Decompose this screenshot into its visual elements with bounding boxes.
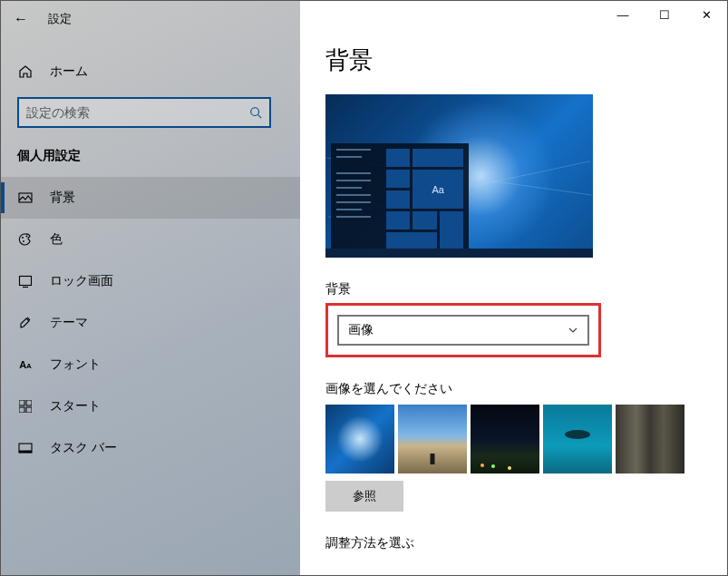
sidebar-item-label: タスク バー <box>50 440 117 456</box>
main-content: — ☐ ✕ 背景 Aa <box>300 1 727 575</box>
svg-rect-9 <box>19 400 24 405</box>
thumbnail-3[interactable] <box>471 405 539 473</box>
font-icon: AA <box>17 356 34 373</box>
choose-picture-label: 画像を選んでください <box>325 381 702 397</box>
palette-icon <box>17 231 34 248</box>
preview-start-panel: Aa <box>331 143 469 249</box>
sidebar-item-lockscreen[interactable]: ロック画面 <box>1 260 300 302</box>
sidebar-item-background[interactable]: 背景 <box>1 177 300 219</box>
sidebar-nav: 背景 色 ロック画面 テーマ <box>1 177 300 469</box>
taskbar-icon <box>17 440 34 456</box>
sidebar-item-label: スタート <box>50 398 101 415</box>
window-title: 設定 <box>48 11 72 27</box>
thumbnail-5[interactable] <box>616 405 684 473</box>
sidebar-item-themes[interactable]: テーマ <box>1 302 300 344</box>
home-nav[interactable]: ホーム <box>1 54 300 90</box>
thumbnail-1[interactable] <box>325 405 394 473</box>
sidebar-item-label: フォント <box>50 356 101 373</box>
thumbnail-2[interactable] <box>398 405 467 473</box>
preview-taskbar <box>325 249 593 258</box>
preview-aa-tile: Aa <box>413 170 463 209</box>
sidebar-item-label: 背景 <box>50 190 75 206</box>
svg-rect-14 <box>19 451 32 454</box>
theme-icon <box>17 315 34 331</box>
svg-line-1 <box>258 115 262 119</box>
search-icon <box>249 106 262 119</box>
home-label: ホーム <box>50 63 88 80</box>
search-box[interactable] <box>17 97 271 128</box>
sidebar-item-taskbar[interactable]: タスク バー <box>1 427 300 469</box>
svg-rect-12 <box>26 407 32 413</box>
close-button[interactable]: ✕ <box>685 1 727 28</box>
maximize-button[interactable]: ☐ <box>644 1 685 28</box>
home-icon <box>17 64 34 79</box>
background-label: 背景 <box>325 281 702 298</box>
svg-rect-11 <box>19 407 24 413</box>
lock-screen-icon <box>17 273 34 289</box>
svg-point-4 <box>23 240 24 242</box>
dropdown-value: 画像 <box>348 322 374 338</box>
page-title: 背景 <box>325 44 702 76</box>
sidebar-item-label: 色 <box>50 231 63 248</box>
sidebar-item-label: テーマ <box>50 315 88 331</box>
main-inner: 背景 Aa <box>300 1 727 552</box>
start-icon <box>17 398 34 415</box>
svg-rect-10 <box>26 400 32 405</box>
sidebar-item-fonts[interactable]: AA フォント <box>1 344 300 386</box>
back-arrow-icon[interactable]: ← <box>14 11 28 27</box>
sidebar-item-start[interactable]: スタート <box>1 386 300 427</box>
svg-point-5 <box>26 236 28 238</box>
desktop-preview: Aa <box>325 94 593 258</box>
window-controls: — ☐ ✕ <box>602 1 727 28</box>
search-input[interactable] <box>26 105 249 120</box>
minimize-button[interactable]: — <box>602 1 644 28</box>
category-label: 個人用設定 <box>1 148 300 164</box>
svg-point-0 <box>251 108 259 116</box>
sidebar-item-colors[interactable]: 色 <box>1 219 300 260</box>
image-icon <box>17 190 34 206</box>
svg-point-3 <box>22 237 24 239</box>
thumbnail-4[interactable] <box>543 405 612 473</box>
fit-label: 調整方法を選ぶ <box>325 535 702 552</box>
sidebar-header: ← 設定 <box>1 1 300 37</box>
background-type-dropdown[interactable]: 画像 <box>337 315 589 346</box>
sidebar: ← 設定 ホーム 個人用設定 背景 <box>1 1 300 575</box>
settings-window: ← 設定 ホーム 個人用設定 背景 <box>0 0 728 576</box>
svg-rect-6 <box>20 277 32 286</box>
picture-thumbnails <box>325 405 702 473</box>
chevron-down-icon <box>568 325 578 336</box>
highlight-annotation: 画像 <box>325 303 601 357</box>
browse-button[interactable]: 参照 <box>325 481 403 512</box>
sidebar-item-label: ロック画面 <box>50 273 113 289</box>
search-container <box>1 97 300 128</box>
